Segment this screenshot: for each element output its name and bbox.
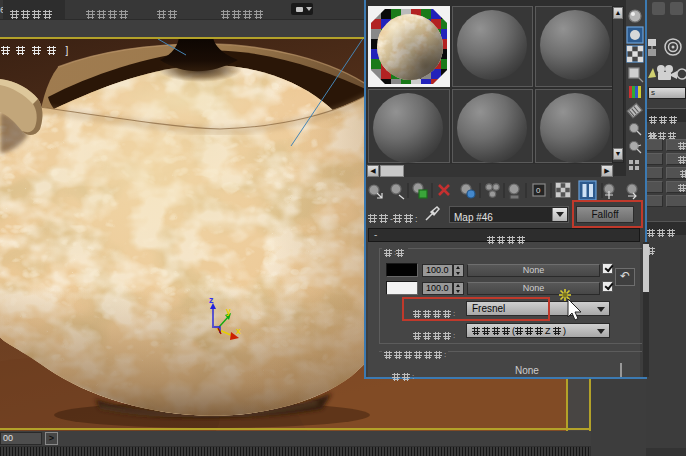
svg-text:z: z (209, 295, 214, 305)
svg-text:0: 0 (536, 186, 541, 195)
svg-text:x: x (236, 326, 241, 336)
svg-text:y: y (226, 306, 231, 316)
